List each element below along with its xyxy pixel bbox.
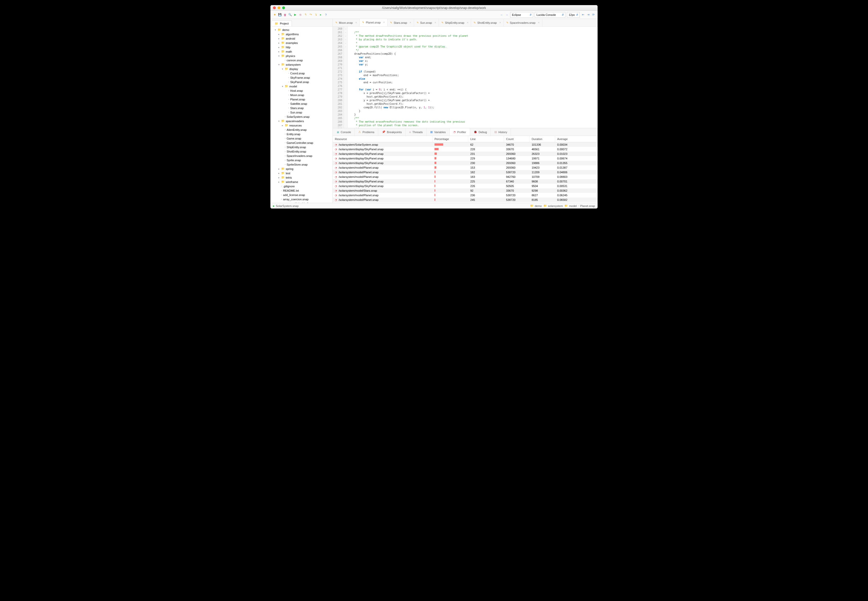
tree-file[interactable]: ▫README.txt: [270, 188, 333, 193]
tree-file[interactable]: ▫array_multiple_binding.snap: [270, 201, 333, 203]
fold-gutter[interactable]: - - - - - -: [344, 27, 348, 128]
tree-file[interactable]: ▫ShipEntity.snap: [270, 145, 333, 149]
editor-tab[interactable]: ✎Stars.snap×: [387, 19, 414, 26]
tree-file[interactable]: ▫Host.snap: [270, 88, 333, 93]
tree-file[interactable]: ▫Game.snap: [270, 136, 333, 140]
close-tab-icon[interactable]: ×: [538, 21, 540, 24]
tree-file[interactable]: ▫Sprite.snap: [270, 158, 333, 162]
close-tab-icon[interactable]: ×: [435, 21, 436, 24]
nav-forward-icon[interactable]: →: [505, 13, 509, 17]
tree-file[interactable]: ▫SkyPanel.snap: [270, 80, 333, 84]
tree-folder[interactable]: ▸📁examples: [270, 41, 333, 45]
tree-folder[interactable]: ▸📁algorithms: [270, 32, 333, 36]
close-tab-icon[interactable]: ×: [355, 21, 357, 24]
column-header[interactable]: Percentage: [432, 136, 468, 142]
tree-file[interactable]: ▫Planet.snap: [270, 97, 333, 101]
project-tab[interactable]: 📁 Project: [272, 20, 292, 26]
tree-folder[interactable]: ▾📁spaceinvaders: [270, 119, 333, 123]
tree-file[interactable]: ▫Satellite.snap: [270, 101, 333, 106]
column-header[interactable]: Line: [468, 136, 504, 142]
twisty-icon[interactable]: ▸: [278, 181, 280, 183]
tree-file[interactable]: ▫Sun.snap: [270, 110, 333, 114]
panel-tab-threads[interactable]: ≡Threads: [406, 128, 427, 136]
nav-back-icon[interactable]: ←: [500, 13, 503, 17]
grid-header[interactable]: ResourcePercentageLineCountDurationAvera…: [333, 136, 598, 142]
panel-tab-variables[interactable]: ▦Variables: [427, 128, 450, 136]
profiler-row[interactable]: ◔/solarsystem/model/Planet.snap236538720…: [333, 193, 598, 198]
help-icon[interactable]: ?: [324, 13, 328, 17]
fontsize-select[interactable]: 12px⇵: [567, 12, 580, 18]
close-tab-icon[interactable]: ×: [467, 21, 468, 24]
panel-tab-debug[interactable]: 🐞Debug: [470, 128, 491, 136]
twisty-icon[interactable]: ▸: [278, 37, 280, 40]
panel-tab-breakpoints[interactable]: 📌Breakpoints: [378, 128, 406, 136]
profiler-row[interactable]: ◔/solarsystem/display/SkyPanel.snap23126…: [333, 151, 598, 156]
tree-file[interactable]: ▫Moon.snap: [270, 93, 333, 97]
tree-file[interactable]: ▫SolarSystem.snap: [270, 114, 333, 119]
project-tree[interactable]: ▾📁demo▸📁algorithms▸📁android▸📁examples▸📁h…: [270, 27, 333, 203]
profiler-row[interactable]: ◔/solarsystem/display/SkyPanel.snap22913…: [333, 156, 598, 161]
panel-tab-profiler[interactable]: ◔Profiler: [450, 128, 470, 136]
close-tab-icon[interactable]: ×: [410, 21, 411, 24]
tree-folder[interactable]: ▾📁solarsystem: [270, 63, 333, 67]
editor-tab[interactable]: ✎ShotEntity.snap×: [471, 19, 503, 26]
editor-tab[interactable]: ✎Planet.snap×: [360, 19, 387, 26]
font-select[interactable]: Lucida Console⇵: [535, 12, 565, 18]
editor-tab[interactable]: ✎ShipEntity.snap×: [439, 19, 471, 26]
panel-tab-problems[interactable]: ⚠Problems: [355, 128, 378, 136]
tree-file[interactable]: ▫.gitignore: [270, 184, 333, 188]
tree-folder[interactable]: ▾📁display: [270, 67, 333, 71]
stop-icon[interactable]: ⦸: [299, 13, 302, 17]
tree-folder[interactable]: ▸📁resources: [270, 123, 333, 128]
tree-file[interactable]: ▫SkyFrame.snap: [270, 75, 333, 80]
refresh-icon[interactable]: ⟳: [592, 13, 595, 17]
twisty-icon[interactable]: ▸: [278, 168, 280, 170]
tree-file[interactable]: ▫add_license.snap: [270, 193, 333, 197]
tree-file[interactable]: ▫Stars.snap: [270, 106, 333, 110]
tree-folder[interactable]: ▸📁http: [270, 45, 333, 49]
tree-folder[interactable]: ▸📁spring: [270, 166, 333, 171]
tree-file[interactable]: ▫ShotEntity.snap: [270, 149, 333, 154]
breadcrumb-segment[interactable]: 📁demo: [530, 204, 542, 207]
editor-tab[interactable]: ✎SpaceInvaders.snap×: [504, 19, 542, 26]
profiler-row[interactable]: ◔/solarsystem/display/SkyPanel.snap22650…: [333, 184, 598, 188]
profiler-row[interactable]: ◔/solarsystem/model/Planet.snap183942760…: [333, 174, 598, 179]
editor-tab[interactable]: ✎Moon.snap×: [333, 19, 360, 26]
search-icon[interactable]: 🔍: [288, 13, 292, 17]
layout-left-icon[interactable]: ⇤: [581, 13, 585, 17]
column-header[interactable]: Duration: [529, 136, 555, 142]
profiler-row[interactable]: ◔/solarsystem/model/Planet.snap245538720…: [333, 198, 598, 202]
twisty-icon[interactable]: ▾: [278, 55, 280, 57]
theme-select[interactable]: Eclipse⇵: [510, 12, 533, 18]
close-tab-icon[interactable]: ×: [383, 21, 385, 24]
twisty-icon[interactable]: ▸: [278, 50, 280, 53]
editor-tab[interactable]: ✎Sun.snap×: [414, 19, 439, 26]
panel-tab-history[interactable]: ▤History: [491, 128, 511, 136]
step-into-icon[interactable]: ↴: [314, 13, 317, 17]
breadcrumb-segment[interactable]: 📁solarsystem: [543, 204, 563, 207]
twisty-icon[interactable]: ▸: [278, 172, 280, 174]
twisty-icon[interactable]: ▾: [281, 68, 284, 70]
profiler-row[interactable]: ◔/solarsystem/model/Stars.snap9233670929…: [333, 188, 598, 193]
step-over-icon[interactable]: ↷: [309, 13, 312, 17]
column-header[interactable]: Count: [504, 136, 529, 142]
tree-file[interactable]: ▫GameController.snap: [270, 140, 333, 145]
twisty-icon[interactable]: ▾: [278, 63, 280, 66]
tree-folder[interactable]: ▸📁tetris: [270, 175, 333, 180]
code-content[interactable]: /** * The method drawPrevPositions draws…: [348, 27, 598, 128]
twisty-icon[interactable]: ▸: [278, 33, 280, 35]
tree-folder[interactable]: ▸📁math: [270, 49, 333, 53]
twisty-icon[interactable]: ▸: [281, 124, 284, 127]
profiler-row[interactable]: ◔/solarsystem/model/Planet.snap153269360…: [333, 165, 598, 170]
profiler-row[interactable]: ◔/solarsystem/display/SkyPanel.snap23026…: [333, 161, 598, 165]
tree-folder[interactable]: ▸📁wireframe: [270, 180, 333, 184]
profiler-row[interactable]: ◔/solarsystem/SolarSystem.snap6234670101…: [333, 142, 598, 147]
tree-file[interactable]: ▫array_coercion.snap: [270, 197, 333, 201]
column-header[interactable]: Average: [555, 136, 598, 142]
layout-right-icon[interactable]: ⇥: [586, 13, 590, 17]
profiler-grid[interactable]: ResourcePercentageLineCountDurationAvera…: [333, 136, 598, 203]
delete-icon[interactable]: 🗑: [283, 13, 287, 17]
tree-folder[interactable]: ▾📁physics: [270, 53, 333, 58]
close-tab-icon[interactable]: ×: [499, 21, 501, 24]
star-icon[interactable]: ★: [273, 13, 276, 17]
